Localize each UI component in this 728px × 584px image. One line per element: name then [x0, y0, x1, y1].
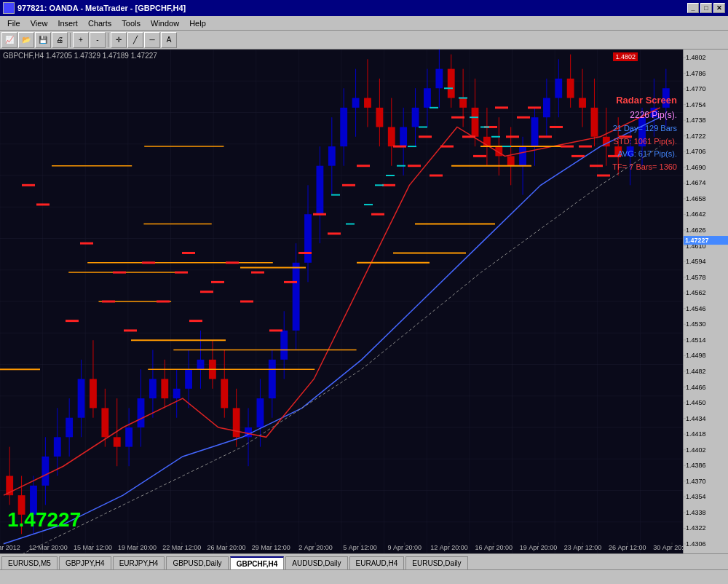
radar-overlay: Radar Screen 2226 Pip(s). 21 Day= 129 Ba… [612, 93, 677, 173]
minimize-button[interactable]: _ [687, 3, 699, 13]
separator [70, 33, 71, 47]
save-button[interactable]: 💾 [35, 32, 51, 48]
line-button[interactable]: ╱ [127, 32, 143, 48]
title-bar: 977821: OANDA - MetaTrader - [GBPCHF,H4]… [0, 0, 728, 16]
separator2 [108, 33, 108, 47]
chart-area: GBPCHF,H4 1.47205 1.47329 1.47189 1.4722… [0, 50, 683, 553]
menu-insert[interactable]: Insert [53, 17, 82, 30]
tabs-bar: EURUSD,M5GBPJPY,H4EURJPY,H4GBPUSD,DailyG… [0, 553, 728, 569]
menu-file[interactable]: File [3, 17, 25, 30]
crosshair-button[interactable]: ✛ [111, 32, 127, 48]
window-title: 977821: OANDA - MetaTrader - [GBPCHF,H4] [17, 4, 687, 12]
close-button[interactable]: ✕ [713, 3, 725, 13]
menu-help[interactable]: Help [185, 17, 210, 30]
open-button[interactable]: 📂 [18, 32, 34, 48]
radar-days: 21 Day= 129 Bars [612, 122, 677, 135]
new-chart-button[interactable]: 📈 [1, 32, 17, 48]
status-bar [0, 569, 728, 584]
price-axis-canvas [684, 50, 728, 553]
price-tag: 1.4802 [613, 52, 638, 61]
menu-window[interactable]: Window [146, 17, 183, 30]
menu-tools[interactable]: Tools [117, 17, 145, 30]
current-price: 1.47227 [7, 508, 81, 532]
tab-eurusd-daily[interactable]: EURUSD,Daily [405, 556, 467, 569]
toolbar: 📈 📂 💾 🖨 + - ✛ ╱ ─ A [0, 31, 728, 50]
menu-view[interactable]: View [26, 17, 52, 30]
radar-title: Radar Screen [612, 93, 677, 108]
tab-euraud-h4[interactable]: EURAUD,H4 [349, 556, 405, 569]
radar-std: STD: 1061 Pip(s). [612, 135, 677, 149]
tab-gbpchf-h4[interactable]: GBPCHF,H4 [230, 556, 285, 569]
zoom-out-button[interactable]: - [90, 32, 106, 48]
radar-pips: 2226 Pip(s). [612, 108, 677, 122]
tab-eurjpy-h4[interactable]: EURJPY,H4 [113, 556, 165, 569]
main-area: GBPCHF,H4 1.47205 1.47329 1.47189 1.4722… [0, 50, 728, 553]
price-axis [683, 50, 728, 553]
text-button[interactable]: A [161, 32, 177, 48]
tab-eurusd-m5[interactable]: EURUSD,M5 [1, 556, 58, 569]
radar-tf: TF= 7 Bars= 1360 [612, 161, 677, 174]
maximize-button[interactable]: □ [700, 3, 712, 13]
menu-bar: File View Insert Charts Tools Window Hel… [0, 16, 728, 31]
radar-avg: AVG: 617 Pip(s). [612, 148, 677, 161]
instrument-label: GBPCHF,H4 1.47205 1.47329 1.47189 1.4722… [3, 52, 157, 60]
tab-gbpusd-daily[interactable]: GBPUSD,Daily [166, 556, 228, 569]
app-icon [3, 2, 15, 14]
menu-charts[interactable]: Charts [84, 17, 116, 30]
chart-container[interactable]: GBPCHF,H4 1.47205 1.47329 1.47189 1.4722… [0, 50, 683, 553]
hline-button[interactable]: ─ [144, 32, 160, 48]
zoom-in-button[interactable]: + [73, 32, 89, 48]
print-button[interactable]: 🖨 [52, 32, 68, 48]
chart-canvas [0, 50, 683, 553]
tab-gbpjpy-h4[interactable]: GBPJPY,H4 [59, 556, 111, 569]
tab-audusd-daily[interactable]: AUDUSD,Daily [285, 556, 347, 569]
